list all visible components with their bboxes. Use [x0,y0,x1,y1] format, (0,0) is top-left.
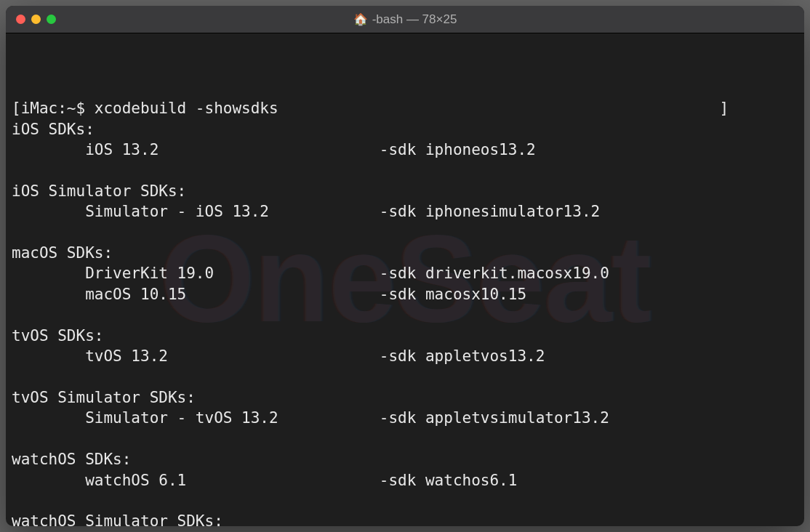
close-button[interactable] [16,15,25,24]
maximize-button[interactable] [47,15,56,24]
traffic-lights [6,15,56,24]
home-icon: 🏠 [353,12,368,26]
titlebar[interactable]: 🏠 -bash — 78×25 [6,6,804,33]
terminal-content: [iMac:~$ xcodebuild -showsdks ] iOS SDKs… [12,98,798,526]
window-title: -bash — 78×25 [372,12,457,27]
terminal-body[interactable]: OneSeat [iMac:~$ xcodebuild -showsdks ] … [6,33,804,526]
terminal-window: 🏠 -bash — 78×25 OneSeat [iMac:~$ xcodebu… [6,6,804,526]
minimize-button[interactable] [31,15,41,24]
title-content: 🏠 -bash — 78×25 [6,12,804,27]
